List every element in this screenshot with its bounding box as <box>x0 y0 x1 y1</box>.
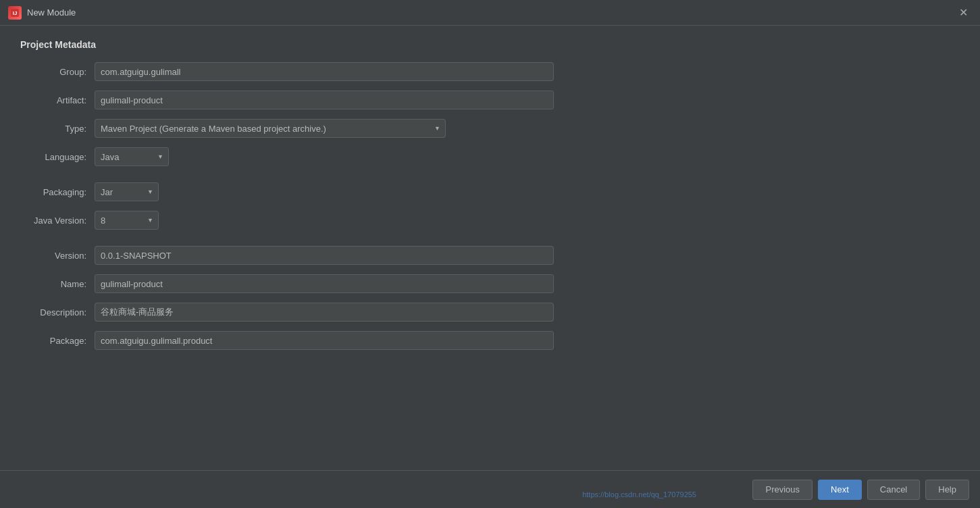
package-row: Package: <box>20 331 960 350</box>
version-input[interactable] <box>95 246 554 265</box>
dialog: IJ New Module ✕ Project Metadata Group: … <box>0 0 980 508</box>
group-row: Group: <box>20 62 960 81</box>
close-button[interactable]: ✕ <box>955 5 972 20</box>
packaging-select-wrapper: Jar War <box>95 182 159 201</box>
name-input[interactable] <box>95 274 554 293</box>
cancel-button[interactable]: Cancel <box>867 480 920 500</box>
version-label: Version: <box>20 251 95 261</box>
java-version-select[interactable]: 8 11 17 <box>95 211 159 230</box>
type-select[interactable]: Maven Project (Generate a Maven based pr… <box>95 119 446 138</box>
previous-button[interactable]: Previous <box>752 480 813 500</box>
language-select-wrapper: Java Kotlin Groovy <box>95 147 169 166</box>
package-label: Package: <box>20 336 95 346</box>
language-label: Language: <box>20 152 95 162</box>
title-bar: IJ New Module ✕ <box>0 0 980 26</box>
artifact-label: Artifact: <box>20 95 95 105</box>
next-button[interactable]: Next <box>818 480 862 500</box>
app-icon: IJ <box>8 6 22 20</box>
packaging-label: Packaging: <box>20 187 95 197</box>
type-select-wrapper: Maven Project (Generate a Maven based pr… <box>95 119 446 138</box>
package-input[interactable] <box>95 331 554 350</box>
name-label: Name: <box>20 279 95 289</box>
group-input[interactable] <box>95 62 554 81</box>
group-label: Group: <box>20 67 95 77</box>
language-select[interactable]: Java Kotlin Groovy <box>95 147 169 166</box>
dialog-content: Project Metadata Group: Artifact: Type: … <box>0 26 980 470</box>
java-version-select-wrapper: 8 11 17 <box>95 211 159 230</box>
type-label: Type: <box>20 124 95 134</box>
svg-text:IJ: IJ <box>13 10 18 16</box>
version-row: Version: <box>20 246 960 265</box>
description-input[interactable] <box>95 303 554 322</box>
packaging-row: Packaging: Jar War <box>20 182 960 201</box>
dialog-title: New Module <box>27 7 76 18</box>
packaging-select[interactable]: Jar War <box>95 182 159 201</box>
type-row: Type: Maven Project (Generate a Maven ba… <box>20 119 960 138</box>
help-button[interactable]: Help <box>925 480 969 500</box>
description-row: Description: <box>20 303 960 322</box>
description-label: Description: <box>20 307 95 318</box>
watermark: https://blog.csdn.net/qq_17079255 <box>582 490 696 499</box>
artifact-row: Artifact: <box>20 91 960 109</box>
java-version-row: Java Version: 8 11 17 <box>20 211 960 230</box>
dialog-footer: https://blog.csdn.net/qq_17079255 Previo… <box>0 470 980 508</box>
section-title: Project Metadata <box>20 39 960 50</box>
language-row: Language: Java Kotlin Groovy <box>20 147 960 166</box>
java-version-label: Java Version: <box>20 215 95 226</box>
artifact-input[interactable] <box>95 91 554 109</box>
title-bar-left: IJ New Module <box>8 6 76 20</box>
name-row: Name: <box>20 274 960 293</box>
